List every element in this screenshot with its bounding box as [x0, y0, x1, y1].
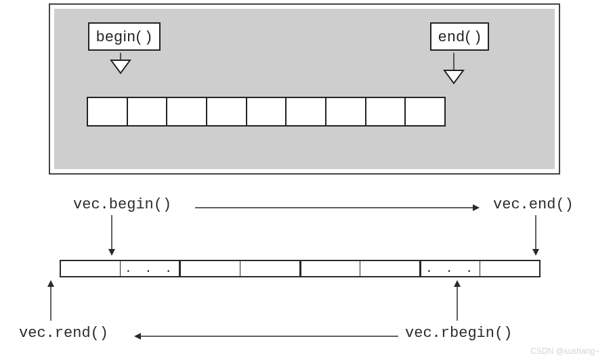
end-label: end( )	[438, 28, 481, 45]
vec-begin-arrow-icon	[107, 215, 117, 256]
watermark: CSDN @sushang~	[530, 346, 599, 356]
vec-rend-arrow-icon	[46, 280, 56, 321]
top-cell	[326, 98, 366, 125]
bottom-cell	[301, 261, 361, 276]
svg-marker-11	[47, 280, 54, 287]
svg-marker-9	[532, 249, 539, 256]
bottom-cell: . . .	[421, 261, 481, 276]
vec-end-label: vec.end()	[493, 196, 574, 213]
svg-marker-13	[454, 280, 461, 287]
svg-marker-1	[111, 60, 130, 73]
begin-label: begin( )	[96, 28, 152, 45]
top-cell	[247, 98, 287, 125]
forward-direction-arrow-icon	[195, 203, 480, 212]
ellipsis-label: . . .	[125, 262, 175, 275]
end-label-box: end( )	[430, 22, 489, 51]
svg-marker-5	[473, 204, 480, 211]
svg-marker-15	[134, 333, 141, 340]
lower-diagram: vec.begin() vec.end() . . .. . . vec.ren…	[19, 181, 591, 356]
vec-end-arrow-icon	[531, 215, 541, 256]
bottom-cell: . . .	[121, 261, 182, 276]
top-panel-frame: begin( ) end( )	[49, 3, 560, 175]
begin-label-box: begin( )	[88, 22, 161, 51]
top-cell	[366, 98, 406, 125]
vec-begin-label: vec.begin()	[73, 196, 171, 213]
bottom-cell	[61, 261, 121, 276]
end-arrow-icon	[440, 53, 467, 93]
svg-marker-7	[108, 249, 115, 256]
bottom-cell-row: . . .. . .	[60, 260, 541, 277]
vec-rbegin-arrow-icon	[452, 280, 462, 321]
bottom-cell	[480, 261, 539, 276]
vec-rbegin-label: vec.rbegin()	[405, 325, 512, 342]
top-cell	[406, 98, 444, 125]
bottom-cell	[181, 261, 240, 276]
top-panel-bg: begin( ) end( )	[54, 9, 555, 169]
vec-rend-label: vec.rend()	[19, 325, 108, 342]
begin-arrow-icon	[107, 53, 134, 80]
top-cell	[207, 98, 247, 125]
reverse-direction-arrow-icon	[134, 332, 398, 341]
bottom-cell	[240, 261, 301, 276]
top-cell-row	[87, 97, 446, 127]
svg-marker-3	[444, 70, 463, 83]
top-cell	[128, 98, 168, 125]
ellipsis-label: . . .	[425, 262, 475, 275]
bottom-cell	[360, 261, 421, 276]
top-cell	[167, 98, 207, 125]
top-cell	[88, 98, 128, 125]
top-cell	[287, 98, 326, 125]
